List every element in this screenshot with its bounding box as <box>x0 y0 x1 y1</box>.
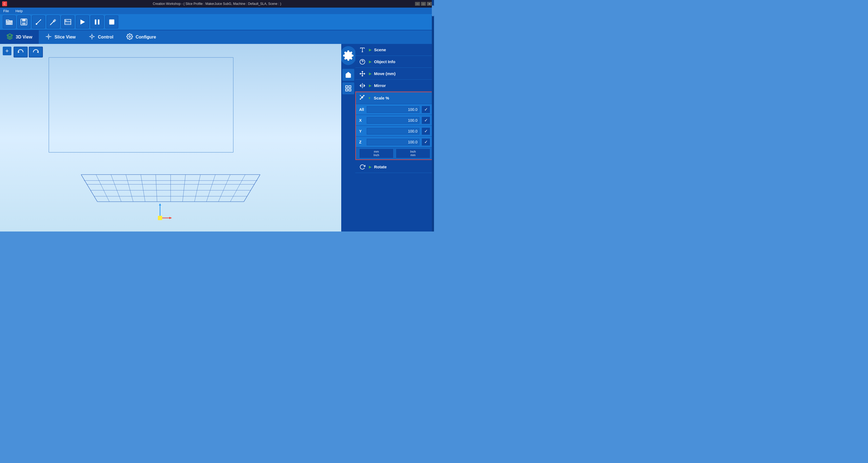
svg-line-36 <box>156 174 157 202</box>
svg-line-31 <box>81 174 97 202</box>
menu-help[interactable]: Help <box>14 8 24 13</box>
mirror-icon <box>359 83 366 89</box>
object-info-arrow: ▶ <box>369 60 371 64</box>
menu-file[interactable]: File <box>2 8 10 13</box>
svg-rect-13 <box>109 20 115 25</box>
svg-rect-2 <box>22 23 26 25</box>
play-button[interactable] <box>76 15 89 29</box>
grid-icon[interactable] <box>342 82 354 94</box>
save-button[interactable] <box>18 15 30 29</box>
toolbar <box>0 14 434 30</box>
scale-x-apply[interactable]: ✓ <box>422 117 430 124</box>
scale-y-input[interactable] <box>367 128 420 134</box>
slice-button[interactable] <box>61 15 74 29</box>
axis-indicator <box>152 202 174 223</box>
scene-arrow: ▶ <box>369 48 371 52</box>
scale-x-label: X <box>359 118 365 123</box>
scene-icon <box>359 47 366 53</box>
scrollbar[interactable] <box>432 0 434 232</box>
3d-viewport[interactable]: + <box>0 44 341 232</box>
svg-point-16 <box>129 36 130 37</box>
open-button[interactable] <box>3 15 16 29</box>
redo-button[interactable] <box>29 46 43 58</box>
svg-line-41 <box>218 174 230 202</box>
close-button[interactable]: ✕ <box>427 2 432 6</box>
svg-line-35 <box>141 174 145 202</box>
home-icon[interactable] <box>342 69 354 81</box>
titlebar: C Creation Workshop - ( Slice Profile : … <box>0 0 434 8</box>
inch-to-mm-button[interactable]: Inchmm <box>396 148 430 158</box>
settings-gear-icon[interactable] <box>340 46 356 65</box>
scale-x-row: X ✓ <box>356 115 433 126</box>
move-panel-button[interactable]: ▶ Move (mm) <box>355 68 434 80</box>
scale-z-label: Z <box>359 140 365 144</box>
add-object-button[interactable]: + <box>3 46 11 55</box>
svg-line-42 <box>230 174 245 202</box>
scene-panel-button[interactable]: ▶ Scene <box>355 44 434 56</box>
tab-slice-view-label: Slice View <box>55 35 76 40</box>
mirror-panel-button[interactable]: ▶ Mirror <box>355 80 434 92</box>
svg-rect-51 <box>346 89 348 91</box>
stop-button[interactable] <box>105 15 118 29</box>
scrollbar-thumb[interactable] <box>432 5 434 16</box>
scale-y-apply[interactable]: ✓ <box>422 127 430 135</box>
right-panel: ▶ Scene ▶ Object Info ▶ <box>355 44 434 232</box>
svg-line-43 <box>244 174 260 202</box>
mm-to-inch-button[interactable]: mmInch <box>359 148 394 158</box>
maximize-button[interactable]: □ <box>421 2 426 6</box>
tab-3d-view-label: 3D View <box>16 35 32 40</box>
scale-y-row: Y ✓ <box>356 126 433 137</box>
svg-point-14 <box>48 36 50 37</box>
view-tabs: 3D View Slice View Control Configure <box>0 30 434 44</box>
scale-all-row: All ✓ <box>356 104 433 115</box>
scale-z-apply[interactable]: ✓ <box>422 138 430 146</box>
object-info-panel-button[interactable]: ▶ Object Info <box>355 56 434 68</box>
svg-line-3 <box>37 20 41 24</box>
sidebar-icon-nav <box>341 44 355 232</box>
tab-control[interactable]: Control <box>82 30 120 44</box>
menubar: File Help <box>0 8 434 14</box>
svg-rect-12 <box>98 20 99 25</box>
unit-row: mmInch Inchmm <box>356 147 433 159</box>
rotate-arrow: ▶ <box>369 165 371 169</box>
scale-y-label: Y <box>359 129 365 133</box>
tab-3d-view[interactable]: 3D View <box>0 30 39 44</box>
configure-icon <box>126 33 133 41</box>
mirror-label: Mirror <box>374 83 386 88</box>
slice-view-icon <box>45 33 52 41</box>
undo-redo-controls <box>13 46 43 58</box>
svg-line-32 <box>96 174 109 202</box>
scale-x-input[interactable] <box>367 117 420 124</box>
svg-line-34 <box>126 174 133 202</box>
scale-z-row: Z ✓ <box>356 137 433 147</box>
svg-line-6 <box>51 20 55 24</box>
scale-all-input[interactable] <box>367 106 420 113</box>
svg-rect-48 <box>158 216 162 220</box>
scale-section: ▼ Scale % All ✓ X ✓ Y ✓ <box>355 92 434 160</box>
syringe-button[interactable] <box>46 15 60 29</box>
move-label: Move (mm) <box>374 71 396 76</box>
svg-marker-18 <box>37 51 38 53</box>
needle-tool-button[interactable] <box>32 15 45 29</box>
app-icon: C <box>2 1 7 6</box>
minimize-button[interactable]: ─ <box>415 2 420 6</box>
3d-grid <box>76 137 266 212</box>
tab-configure[interactable]: Configure <box>120 30 163 44</box>
tab-slice-view[interactable]: Slice View <box>39 30 82 44</box>
rotate-panel-button[interactable]: ▶ Rotate <box>355 161 434 173</box>
scale-z-input[interactable] <box>367 139 420 145</box>
svg-rect-11 <box>95 20 97 25</box>
scale-all-apply[interactable]: ✓ <box>422 106 430 113</box>
control-icon <box>89 33 95 41</box>
scale-label: Scale % <box>374 96 389 100</box>
tab-configure-label: Configure <box>135 35 156 40</box>
rotate-label: Rotate <box>374 165 387 169</box>
svg-marker-10 <box>81 20 85 25</box>
pause-button[interactable] <box>91 15 104 29</box>
scale-all-label: All <box>359 107 365 112</box>
svg-line-8 <box>50 24 51 25</box>
svg-marker-9 <box>65 20 68 22</box>
object-info-icon <box>359 59 366 65</box>
undo-button[interactable] <box>13 46 28 58</box>
scale-panel-button[interactable]: ▼ Scale % <box>356 92 433 104</box>
